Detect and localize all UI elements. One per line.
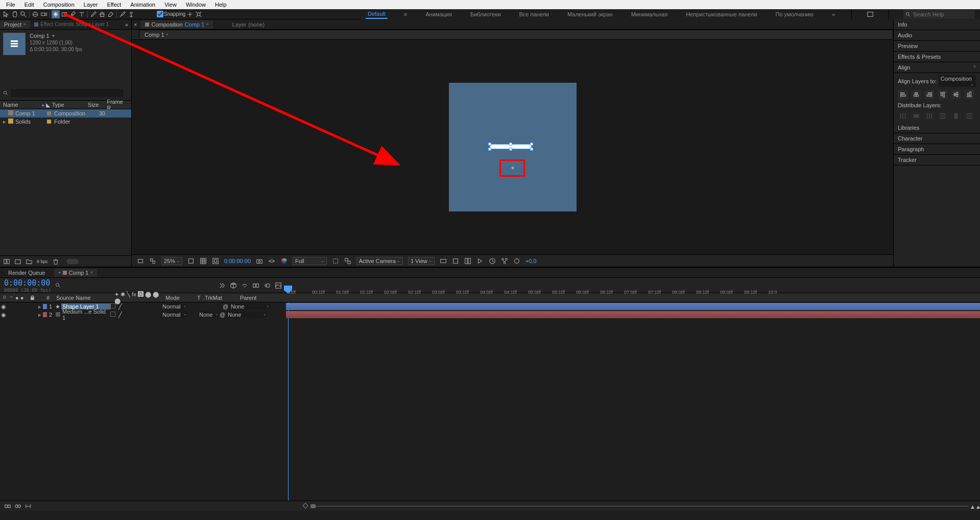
sync-settings-icon[interactable]	[866, 10, 874, 18]
view-option-2[interactable]	[452, 257, 459, 265]
view-option-1[interactable]	[440, 257, 447, 265]
composition-thumbnail[interactable]	[3, 33, 26, 55]
align-vcenter[interactable]	[951, 90, 961, 99]
layer-color[interactable]	[43, 312, 47, 317]
align-left[interactable]	[898, 90, 908, 99]
current-timecode[interactable]: 0:00:00:00	[4, 278, 51, 288]
timeline-icon[interactable]	[489, 257, 496, 265]
snap-option-2[interactable]	[195, 10, 203, 18]
views-dropdown[interactable]: 1 View ⌄	[408, 257, 435, 265]
project-item-solids[interactable]: ▸ Solids Folder	[0, 117, 131, 126]
tab-render-queue[interactable]: Render Queue	[4, 269, 49, 277]
interpret-footage-icon[interactable]	[3, 258, 10, 265]
visibility-toggle[interactable]: ◉	[0, 303, 7, 310]
pen-tool[interactable]	[69, 10, 77, 18]
layer-blend-mode[interactable]: Normal ⌄	[161, 303, 188, 310]
layer-parent[interactable]: None ⌄	[227, 312, 268, 318]
menu-window[interactable]: Window	[182, 1, 210, 8]
resolution-dropdown[interactable]: Full ⌄	[293, 257, 327, 265]
zoom-out-handle[interactable]	[302, 503, 308, 508]
col-source-name[interactable]: Source Name	[54, 295, 114, 301]
comp-inner-tab[interactable]: Comp 1 ×	[139, 30, 893, 39]
alpha-icon[interactable]	[149, 257, 156, 265]
snap-option-1[interactable]	[186, 10, 194, 18]
roi-icon[interactable]	[332, 257, 339, 265]
hand-tool[interactable]	[11, 10, 19, 18]
snapping-checkbox[interactable]	[157, 11, 163, 17]
toggle-modes-icon[interactable]	[14, 503, 21, 510]
layer-bar-2[interactable]	[286, 311, 980, 318]
parent-pickwhip[interactable]: @	[223, 303, 230, 310]
type-tool[interactable]	[78, 10, 86, 18]
new-comp-icon[interactable]	[14, 258, 21, 265]
workspace-small-screen[interactable]: Маленький экран	[565, 10, 615, 18]
tab-timeline-comp[interactable]: × Comp 1 ≡	[54, 269, 97, 277]
panel-paragraph[interactable]: Paragraph	[894, 144, 980, 155]
layer-blend-mode[interactable]: Normal ⌄	[161, 312, 188, 318]
workspace-default[interactable]: Default	[366, 10, 388, 19]
panel-audio[interactable]: Audio	[894, 30, 980, 41]
col-type[interactable]: Type	[52, 102, 88, 108]
anchor-point-icon[interactable]: ✦	[510, 164, 515, 172]
composition-viewer[interactable]: ✦	[132, 40, 893, 254]
workspace-minimal[interactable]: Минимальная	[629, 10, 670, 18]
channel-icon[interactable]	[280, 257, 288, 265]
label-col-icon[interactable]: ◣	[46, 102, 52, 108]
workspace-animation[interactable]: Анимация	[423, 10, 454, 18]
timeline-search-icon[interactable]	[55, 282, 61, 289]
fast-preview-icon[interactable]	[476, 257, 484, 265]
tab-composition[interactable]: Composition Comp 1 ≡	[141, 20, 212, 29]
panel-overflow[interactable]: »	[125, 21, 131, 28]
resolution-icon[interactable]	[187, 257, 195, 265]
align-to-dropdown[interactable]: Composition ⌄	[939, 75, 976, 87]
layer-expand[interactable]: ▸	[37, 303, 43, 310]
menu-animation[interactable]: Animation	[126, 1, 159, 8]
grid-icon[interactable]	[200, 257, 207, 265]
panel-effects-presets[interactable]: Effects & Presets	[894, 52, 980, 62]
view-option-3[interactable]	[464, 257, 471, 265]
workspace-all-panels[interactable]: Все панели	[517, 10, 551, 18]
tab-effect-controls[interactable]: Effect Controls Shape Layer 1	[30, 20, 113, 28]
col-number[interactable]: #	[42, 295, 54, 301]
workspace-libraries[interactable]: Библиотеки	[468, 10, 503, 18]
transparency-icon[interactable]	[344, 257, 351, 265]
search-help[interactable]	[903, 10, 975, 19]
mask-icon[interactable]	[212, 257, 219, 265]
menu-layer[interactable]: Layer	[80, 1, 102, 8]
brush-tool[interactable]	[89, 10, 98, 18]
panel-libraries[interactable]: Libraries	[894, 123, 980, 133]
panel-preview[interactable]: Preview	[894, 41, 980, 52]
playhead-line[interactable]	[288, 302, 289, 501]
menu-help[interactable]: Help	[211, 1, 231, 8]
exposure-value[interactable]: +0,0	[525, 258, 537, 264]
rectangle-tool[interactable]	[60, 10, 68, 18]
layer-trkmat[interactable]: None ⌄	[198, 312, 220, 318]
toggle-inout-icon[interactable]	[25, 503, 32, 510]
draft-3d-icon[interactable]	[230, 282, 237, 289]
layer-color[interactable]	[43, 304, 47, 309]
panel-tracker[interactable]: Tracker	[894, 155, 980, 166]
magnification-icon[interactable]	[137, 257, 144, 265]
menu-edit[interactable]: Edit	[20, 1, 38, 8]
puppet-pin-tool[interactable]	[127, 10, 135, 18]
layer-expand[interactable]: ▸	[37, 312, 43, 318]
panel-align-header[interactable]: Align≡	[894, 62, 980, 73]
snapshot-icon[interactable]	[256, 257, 263, 265]
workspace-undocked[interactable]: Непристыкованные панели	[684, 10, 759, 18]
menu-effect[interactable]: Effect	[103, 1, 125, 8]
layer-bar-1[interactable]	[286, 303, 980, 310]
menu-composition[interactable]: Composition	[39, 1, 79, 8]
zoom-dropdown[interactable]: 25% ⌄	[161, 257, 182, 265]
frame-blend-icon[interactable]	[252, 282, 259, 289]
comp-mini-flowchart[interactable]	[219, 282, 226, 289]
zoom-slider-thumb[interactable]	[310, 504, 316, 508]
col-mode[interactable]: Mode	[165, 295, 197, 301]
orbit-tool[interactable]	[31, 10, 39, 18]
col-t[interactable]: T	[197, 295, 203, 301]
layer-switches[interactable]: ╱	[110, 303, 161, 310]
workspace-default-ru[interactable]: По умолчанию	[773, 10, 815, 18]
align-top[interactable]	[938, 90, 948, 99]
align-right[interactable]	[924, 90, 935, 99]
exposure-reset-icon[interactable]	[513, 257, 520, 265]
parent-pickwhip[interactable]: @	[220, 312, 227, 318]
